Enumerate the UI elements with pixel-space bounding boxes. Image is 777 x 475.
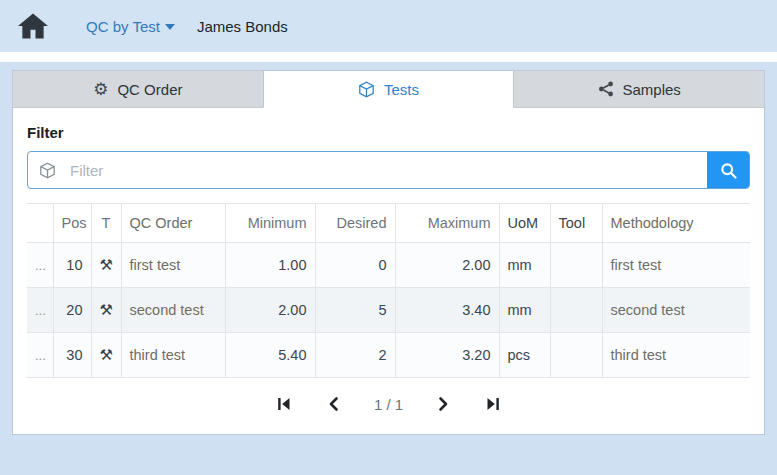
cell-desired: 5 [315, 288, 395, 333]
cell-uom: pcs [499, 333, 550, 378]
col-header-methodology: Methodology [602, 204, 750, 243]
cell-minimum: 5.40 [225, 333, 315, 378]
first-page-icon [276, 396, 292, 412]
table-header-row: Pos T QC Order Minimum Desired Maximum U… [27, 204, 750, 243]
page-indicator: 1 / 1 [374, 396, 403, 413]
filter-input[interactable] [66, 152, 707, 188]
col-header-tool: Tool [550, 204, 602, 243]
tab-samples-label: Samples [623, 81, 681, 98]
col-header-qc-order: QC Order [121, 204, 225, 243]
content-area: ⚙ QC Order Tests Samples [0, 62, 777, 475]
navbar-separator [0, 52, 777, 62]
brand-menu[interactable]: QC by Test [86, 18, 175, 35]
last-page-icon [485, 396, 501, 412]
share-nodes-icon [598, 81, 614, 97]
table-row: ... 20 ⚒ second test 2.00 5 3.40 mm seco… [27, 288, 750, 333]
tab-samples[interactable]: Samples [513, 70, 765, 108]
home-icon [18, 13, 48, 39]
col-header-t: T [91, 204, 121, 243]
cell-methodology: second test [602, 288, 750, 333]
table-row: ... 10 ⚒ first test 1.00 0 2.00 mm first… [27, 243, 750, 288]
col-header-desired: Desired [315, 204, 395, 243]
cell-pos: 20 [53, 288, 91, 333]
col-header-more [27, 204, 53, 243]
chevron-left-icon [326, 396, 342, 412]
tab-qc-order-label: QC Order [117, 81, 182, 98]
tools-icon: ⚒ [91, 288, 121, 333]
tests-table: Pos T QC Order Minimum Desired Maximum U… [27, 203, 750, 378]
col-header-uom: UoM [499, 204, 550, 243]
search-icon [720, 162, 737, 179]
col-header-pos: Pos [53, 204, 91, 243]
cell-uom: mm [499, 243, 550, 288]
last-page-button[interactable] [483, 394, 503, 414]
tests-panel: Filter [12, 107, 765, 435]
tab-tests[interactable]: Tests [263, 70, 515, 108]
cell-maximum: 3.40 [395, 288, 499, 333]
cell-desired: 0 [315, 243, 395, 288]
tools-icon: ⚒ [91, 243, 121, 288]
user-name: James Bonds [197, 18, 288, 35]
caret-down-icon [165, 24, 175, 30]
pagination: 1 / 1 [27, 394, 750, 414]
chevron-right-icon [435, 396, 451, 412]
tab-bar: ⚙ QC Order Tests Samples [12, 70, 765, 108]
cell-qc-order: third test [121, 333, 225, 378]
row-more-button[interactable]: ... [27, 288, 53, 333]
first-page-button[interactable] [274, 394, 294, 414]
search-button[interactable] [707, 152, 749, 188]
cell-pos: 30 [53, 333, 91, 378]
cell-tool [550, 243, 602, 288]
cell-methodology: first test [602, 243, 750, 288]
cell-uom: mm [499, 288, 550, 333]
cell-methodology: third test [602, 333, 750, 378]
table-row: ... 30 ⚒ third test 5.40 2 3.20 pcs thir… [27, 333, 750, 378]
cube-icon [358, 81, 375, 98]
cell-maximum: 2.00 [395, 243, 499, 288]
cell-qc-order: first test [121, 243, 225, 288]
gears-icon: ⚙ [93, 81, 108, 98]
row-more-button[interactable]: ... [27, 333, 53, 378]
cell-minimum: 1.00 [225, 243, 315, 288]
row-more-button[interactable]: ... [27, 243, 53, 288]
cell-tool [550, 333, 602, 378]
cell-pos: 10 [53, 243, 91, 288]
cell-qc-order: second test [121, 288, 225, 333]
top-navbar: QC by Test James Bonds [0, 0, 777, 52]
col-header-minimum: Minimum [225, 204, 315, 243]
col-header-maximum: Maximum [395, 204, 499, 243]
brand-label: QC by Test [86, 18, 160, 35]
cell-desired: 2 [315, 333, 395, 378]
cell-maximum: 3.20 [395, 333, 499, 378]
tools-icon: ⚒ [91, 333, 121, 378]
cell-tool [550, 288, 602, 333]
cell-minimum: 2.00 [225, 288, 315, 333]
tab-qc-order[interactable]: ⚙ QC Order [12, 70, 264, 108]
previous-page-button[interactable] [324, 394, 344, 414]
tab-tests-label: Tests [384, 81, 419, 98]
next-page-button[interactable] [433, 394, 453, 414]
home-button[interactable] [18, 13, 48, 39]
filter-input-group [27, 151, 750, 189]
cube-icon [28, 152, 66, 188]
filter-title: Filter [27, 124, 750, 141]
